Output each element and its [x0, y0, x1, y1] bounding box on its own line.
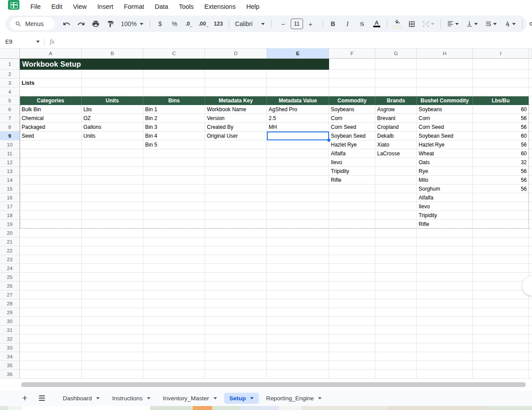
cell-A9[interactable]: Seed: [20, 132, 34, 140]
cell-I9[interactable]: 60: [473, 132, 529, 140]
cell-I14[interactable]: 56: [473, 176, 529, 184]
row-header-25[interactable]: 25: [0, 273, 20, 282]
cell-H12[interactable]: Oats: [417, 158, 430, 167]
selected-cell-outline[interactable]: [267, 132, 329, 140]
cell-H19[interactable]: Rifle: [417, 220, 429, 229]
name-box[interactable]: E9: [5, 38, 40, 45]
sheets-logo-icon[interactable]: [8, 0, 19, 10]
cell-E6[interactable]: AgShed Pro: [267, 105, 297, 114]
add-sheet-button[interactable]: +: [22, 394, 27, 402]
cell-B7[interactable]: OZ: [82, 114, 91, 123]
row-header-20[interactable]: 20: [0, 229, 20, 237]
decrease-decimals-button[interactable]: .0←: [184, 18, 195, 30]
fill-color-button[interactable]: [392, 18, 403, 30]
cell-G8[interactable]: Cropland: [375, 123, 399, 132]
row-header-16[interactable]: 16: [0, 193, 20, 202]
vertical-align-button[interactable]: [464, 18, 480, 30]
row-header-21[interactable]: 21: [0, 237, 20, 246]
cell-G6[interactable]: Asgrow: [375, 105, 395, 114]
cell-B8[interactable]: Gallons: [82, 123, 101, 132]
column-header-H[interactable]: H: [417, 49, 473, 59]
cell-F6[interactable]: Soybeans: [329, 105, 354, 114]
cell-F10[interactable]: Hazlet Rye: [329, 140, 357, 149]
bold-button[interactable]: B: [327, 18, 339, 30]
merge-cells-button[interactable]: [421, 18, 436, 30]
cell-H10[interactable]: Hazlet Rye: [417, 140, 445, 149]
row-header-5[interactable]: 5: [0, 96, 20, 105]
cell-I12[interactable]: 32: [473, 158, 529, 167]
cell-H13[interactable]: Rye: [417, 167, 428, 176]
cell-G7[interactable]: Brevant: [375, 114, 395, 123]
cell-I8[interactable]: 56: [473, 123, 529, 132]
row-header-4[interactable]: 4: [0, 87, 20, 96]
menu-format[interactable]: Format: [120, 2, 148, 11]
font-size-value[interactable]: 11: [291, 19, 303, 29]
cell-I15[interactable]: 56: [473, 184, 529, 193]
cell-B9[interactable]: Units: [82, 132, 95, 140]
all-sheets-icon[interactable]: [39, 395, 45, 401]
row-header-8[interactable]: 8: [0, 123, 20, 132]
number-format-button[interactable]: 123: [213, 18, 224, 30]
row-header-15[interactable]: 15: [0, 184, 20, 193]
cell-D9[interactable]: Original User: [205, 132, 238, 140]
row-header-3[interactable]: 3: [0, 79, 20, 87]
row-header-1[interactable]: 1: [0, 59, 20, 70]
menu-extensions[interactable]: Extensions: [200, 2, 240, 11]
cell-I10[interactable]: 56: [473, 140, 529, 149]
format-percent-button[interactable]: %: [169, 18, 180, 30]
text-wrap-button[interactable]: [483, 18, 499, 30]
select-all-corner[interactable]: [0, 49, 20, 59]
row-header-12[interactable]: 12: [0, 158, 20, 167]
cell-F7[interactable]: Corn: [329, 114, 342, 123]
cell-H17[interactable]: Ilevo: [417, 202, 430, 211]
cell-A7[interactable]: Chemical: [20, 114, 44, 123]
row-header-10[interactable]: 10: [0, 140, 20, 149]
borders-button[interactable]: [406, 18, 418, 30]
zoom-control[interactable]: 100%: [119, 20, 145, 27]
row-header-22[interactable]: 22: [0, 246, 20, 255]
column-header-C[interactable]: C: [143, 49, 205, 59]
row-header-29[interactable]: 29: [0, 308, 20, 317]
row-header-19[interactable]: 19: [0, 220, 20, 229]
cell-F13[interactable]: Tripidity: [329, 167, 349, 176]
menu-data[interactable]: Data: [151, 2, 172, 11]
cell-C8[interactable]: Bin 3: [143, 123, 157, 132]
cell-I13[interactable]: 56: [473, 167, 529, 176]
cell-H11[interactable]: Wheat: [417, 149, 434, 158]
row-header-28[interactable]: 28: [0, 299, 20, 308]
tab-instructions[interactable]: Instructions: [107, 393, 156, 404]
redo-button[interactable]: [75, 18, 87, 30]
menu-tools[interactable]: Tools: [175, 2, 198, 11]
tab-dashboard[interactable]: Dashboard: [57, 393, 105, 404]
horizontal-align-button[interactable]: [445, 18, 461, 30]
menu-file[interactable]: File: [26, 2, 45, 11]
row-header-24[interactable]: 24: [0, 264, 20, 273]
italic-button[interactable]: I: [342, 18, 353, 30]
column-header-B[interactable]: B: [82, 49, 143, 59]
column-header-A[interactable]: A: [20, 49, 82, 59]
cell-I11[interactable]: 60: [473, 149, 529, 158]
column-header-D[interactable]: D: [205, 49, 267, 59]
cell-E8[interactable]: MH: [267, 123, 277, 132]
cell-G10[interactable]: Xiato: [375, 140, 389, 149]
row-header-11[interactable]: 11: [0, 149, 20, 158]
strikethrough-button[interactable]: S: [356, 18, 368, 30]
fill-handle[interactable]: [327, 139, 330, 142]
tab-setup[interactable]: Setup: [224, 393, 259, 404]
increase-decimals-button[interactable]: .00→: [198, 18, 210, 30]
cell-A8[interactable]: Packaged: [20, 123, 45, 132]
increase-font-size-button[interactable]: +: [305, 18, 316, 30]
text-rotation-button[interactable]: [502, 18, 518, 30]
cell-B6[interactable]: Lbs: [82, 105, 92, 114]
cell-D8[interactable]: Created By: [205, 123, 233, 132]
row-header-35[interactable]: 35: [0, 361, 20, 370]
row-header-30[interactable]: 30: [0, 317, 20, 326]
cell-F11[interactable]: Alfalfa: [329, 149, 345, 158]
paint-format-button[interactable]: [105, 18, 116, 30]
cell-F9[interactable]: Soybean Seed: [329, 132, 366, 140]
cell-H8[interactable]: Corn Seed: [417, 123, 444, 132]
cell-I7[interactable]: 56: [473, 114, 529, 123]
tab-inventory_master[interactable]: Inventory_Master: [157, 393, 222, 404]
cell-F12[interactable]: Ilevo: [329, 158, 342, 167]
cell-C9[interactable]: Bin 4: [143, 132, 157, 140]
